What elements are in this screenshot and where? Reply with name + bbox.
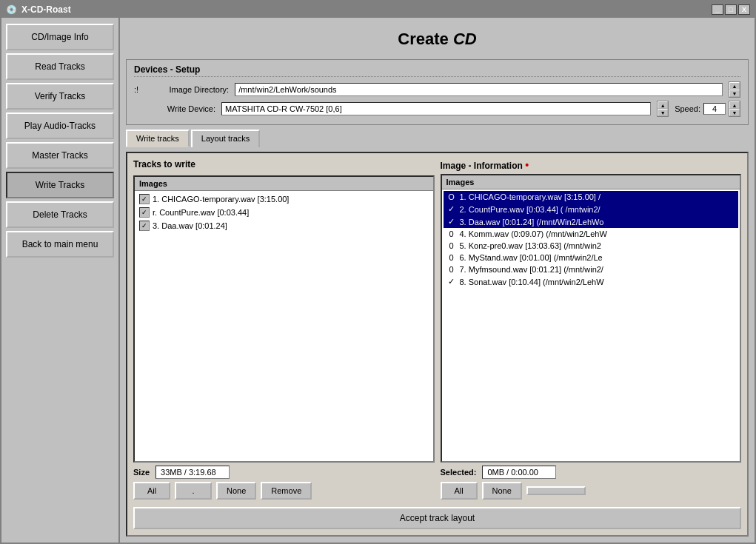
- image-directory-row: :! Image Directory: /mnt/win2/LehWork/so…: [134, 81, 740, 98]
- image-icon-1: O: [446, 192, 457, 201]
- sidebar-item-read-tracks[interactable]: Read Tracks: [6, 53, 114, 80]
- tracks-to-write-title: Tracks to write: [133, 159, 435, 169]
- table-row: ✓ 3. Daa.wav [0:01.24]: [136, 219, 432, 232]
- tracks-to-write-list: ✓ 1. CHICAGO-temporary.wav [3:15.00] ✓ r…: [135, 191, 433, 461]
- tab-layout-tracks[interactable]: Layout tracks: [191, 130, 260, 147]
- table-row: O 1. CHICAGO-temporary.wav [3:15.00] /: [444, 191, 739, 203]
- page-title: Create CD: [126, 24, 749, 55]
- main-window: 💿 X-CD-Roast _ □ X CD/Image Info Read Tr…: [0, 0, 756, 544]
- track-checkbox-1[interactable]: ✓: [139, 194, 150, 204]
- image-info-title: Image - Information •: [441, 159, 529, 171]
- sidebar-item-play-audio-tracks[interactable]: Play Audio-Tracks: [6, 113, 114, 139]
- write-spinner-down-icon[interactable]: ▼: [658, 109, 668, 116]
- size-value: 33MB / 3:19.68: [155, 466, 230, 479]
- image-icon-6: 0: [446, 253, 457, 262]
- devices-section: Devices - Setup :! Image Directory: /mnt…: [126, 59, 749, 125]
- sidebar: CD/Image Info Read Tracks Verify Tracks …: [1, 18, 120, 543]
- title-bar-text: X-CD-Roast: [21, 4, 71, 15]
- image-directory-spinner[interactable]: ▲ ▼: [729, 81, 740, 98]
- image-dir-icon: :!: [134, 85, 138, 94]
- image-icon-4: 0: [446, 229, 457, 238]
- title-bar: 💿 X-CD-Roast _ □ X: [1, 1, 755, 18]
- close-button[interactable]: X: [738, 4, 750, 15]
- image-label-2: 2. CountPure.wav [0:03.44] ( /mntwin2/: [460, 205, 601, 214]
- spinner-down-icon[interactable]: ▼: [729, 90, 740, 97]
- image-info-list: O 1. CHICAGO-temporary.wav [3:15.00] / ✓…: [442, 189, 740, 461]
- image-label-6: 6. MyStand.wav [0:01.00] (/mnt/win2/Le: [460, 253, 603, 262]
- table-row: ✓ 2. CountPure.wav [0:03.44] ( /mntwin2/: [444, 203, 739, 215]
- write-device-value[interactable]: MATSHITA CD-R CW-7502 [0,6]: [221, 102, 651, 115]
- remove-button[interactable]: Remove: [261, 482, 312, 500]
- write-spinner-up-icon[interactable]: ▲: [658, 101, 668, 109]
- table-row: ✓ 1. CHICAGO-temporary.wav [3:15.00]: [136, 192, 432, 206]
- image-directory-label: Image Directory:: [147, 85, 229, 94]
- image-info-header-col: Images: [442, 175, 740, 189]
- image-label-8: 8. Sonat.wav [0:10.44] (/mnt/win2/LehW: [460, 278, 604, 286]
- window-body: CD/Image Info Read Tracks Verify Tracks …: [1, 18, 755, 543]
- table-row: ✓ r. CountPure.wav [0:03.44]: [136, 206, 432, 219]
- sidebar-item-verify-tracks[interactable]: Verify Tracks: [6, 83, 114, 110]
- size-label: Size: [133, 468, 150, 477]
- speed-section: Speed: ▲ ▼: [675, 101, 740, 117]
- minimize-button[interactable]: _: [712, 4, 723, 15]
- title-bar-left: 💿 X-CD-Roast: [6, 4, 71, 15]
- table-row: ✓ 8. Sonat.wav [0:10.44] (/mnt/win2/LehW: [444, 275, 739, 288]
- image-add-button[interactable]: [526, 486, 586, 495]
- image-icon-5: 0: [446, 241, 457, 250]
- image-label-5: 5. Konz-pre0.wav [13:03.63] (/mnt/win2: [460, 241, 601, 250]
- speed-spinner[interactable]: ▲ ▼: [729, 101, 740, 117]
- tracks-to-write-panel: Tracks to write Images ✓ 1. CHICAGO-temp…: [133, 159, 435, 500]
- tracks-area: Tracks to write Images ✓ 1. CHICAGO-temp…: [126, 152, 749, 537]
- tabs-bar: Write tracks Layout tracks: [126, 130, 749, 147]
- image-label-4: 4. Komm.wav (0:09.07) (/mnt/win2/LehW: [460, 229, 607, 238]
- sidebar-item-write-tracks[interactable]: Write Tracks: [6, 172, 114, 198]
- write-device-spinner[interactable]: ▲ ▼: [657, 101, 669, 117]
- image-icon-8: ✓: [446, 277, 457, 286]
- track-label-1: 1. CHICAGO-temporary.wav [3:15.00]: [153, 195, 289, 204]
- table-row: 0 6. MyStand.wav [0:01.00] (/mnt/win2/Le: [444, 252, 739, 263]
- all-button[interactable]: Ail: [133, 482, 170, 500]
- dot-button[interactable]: .: [175, 482, 212, 500]
- title-bar-buttons: _ □ X: [712, 4, 750, 15]
- selected-label: Selected:: [441, 468, 477, 477]
- speed-spinner-up-icon[interactable]: ▲: [729, 101, 740, 109]
- image-info-buttons: All None: [441, 482, 742, 500]
- sidebar-item-master-tracks[interactable]: Master Tracks: [6, 142, 114, 169]
- track-checkbox-2[interactable]: ✓: [139, 207, 150, 218]
- image-none-button[interactable]: None: [482, 482, 522, 500]
- speed-spinner-down-icon[interactable]: ▼: [729, 109, 740, 116]
- speed-label: Speed:: [675, 104, 700, 113]
- tracks-to-write-header: Images: [135, 177, 433, 191]
- track-label-2: r. CountPure.wav [0:03.44]: [153, 208, 249, 217]
- selected-value: 0MB / 0:00.00: [482, 466, 556, 479]
- tab-write-tracks[interactable]: Write tracks: [126, 130, 190, 147]
- main-content: Create CD Devices - Setup :! Image Direc…: [120, 18, 755, 543]
- image-icon-3: ✓: [446, 217, 457, 226]
- image-info-table: Images O 1. CHICAGO-temporary.wav [3:15.…: [441, 174, 742, 463]
- table-row: 0 4. Komm.wav (0:09.07) (/mnt/win2/LehW: [444, 228, 739, 240]
- spinner-up-icon[interactable]: ▲: [729, 82, 740, 90]
- image-icon-2: ✓: [446, 204, 457, 214]
- image-label-3: 3. Daa.wav [0:01.24] (/mnt/Win2/LehWo: [460, 218, 604, 226]
- maximize-button[interactable]: □: [725, 4, 737, 15]
- write-device-label: Write Device:: [134, 104, 215, 113]
- none-button[interactable]: None: [216, 482, 256, 500]
- size-row: Size 33MB / 3:19.68: [133, 466, 435, 479]
- image-label-1: 1. CHICAGO-temporary.wav [3:15.00] /: [460, 192, 601, 201]
- image-information-panel: Image - Information • Images O 1. CHICAG…: [441, 159, 742, 500]
- image-info-header: Image - Information •: [441, 159, 742, 171]
- sidebar-item-delete-tracks[interactable]: Delete Tracks: [6, 201, 114, 228]
- speed-input[interactable]: [703, 103, 726, 115]
- image-label-7: 7. Myfmsound.wav [0:01.21] (/mnt/win2/: [460, 265, 603, 274]
- image-directory-value[interactable]: /mnt/win2/LehWork/sounds: [235, 83, 723, 96]
- tracks-to-write-table: Images ✓ 1. CHICAGO-temporary.wav [3:15.…: [133, 175, 435, 463]
- tracks-to-write-buttons: Ail . None Remove: [133, 482, 435, 500]
- track-checkbox-3[interactable]: ✓: [139, 221, 150, 231]
- devices-title: Devices - Setup: [134, 64, 740, 77]
- image-all-button[interactable]: All: [441, 482, 478, 500]
- sidebar-item-cd-image-info[interactable]: CD/Image Info: [6, 24, 114, 50]
- accept-track-layout-button[interactable]: Accept track layout: [133, 507, 741, 529]
- selected-row: Selected: 0MB / 0:00.00: [441, 466, 742, 479]
- sidebar-item-back-to-main[interactable]: Back to main menu: [6, 231, 114, 258]
- image-icon-7: 0: [446, 265, 457, 274]
